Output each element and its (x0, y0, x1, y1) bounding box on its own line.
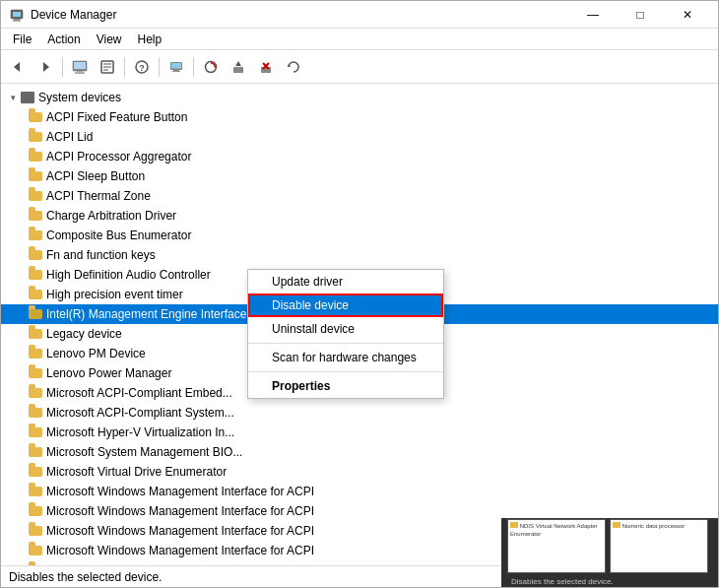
svg-marker-4 (14, 62, 20, 72)
toolbar-separator-3 (159, 57, 160, 77)
tree-root-system-devices[interactable]: ▾ System devices (1, 88, 718, 107)
svg-rect-8 (77, 71, 83, 73)
svg-rect-22 (233, 67, 243, 73)
svg-rect-1 (13, 12, 21, 17)
menu-action[interactable]: Action (39, 31, 88, 48)
context-menu: Update driver Disable device Uninstall d… (247, 269, 444, 399)
device-icon (29, 546, 42, 555)
device-icon (29, 427, 42, 437)
ctx-update-driver[interactable]: Update driver (248, 270, 443, 294)
list-item[interactable]: Microsoft Hyper-V Virtualization In... (1, 423, 718, 442)
list-item[interactable]: Microsoft System Management BIO... (1, 442, 718, 462)
main-content: ▾ System devices ACPI Fixed Feature Butt… (1, 84, 718, 565)
toolbar-separator-1 (62, 57, 63, 77)
list-item[interactable]: ACPI Processor Aggregator (1, 147, 718, 166)
menu-bar: File Action View Help (1, 29, 718, 50)
taskbar-preview: NDIS Virtual Network Adapter Enumerator … (501, 518, 718, 587)
uninstall-button[interactable] (253, 54, 279, 80)
title-bar: Device Manager — □ ✕ (1, 1, 718, 29)
ctx-separator-2 (248, 371, 443, 372)
toolbar-separator-2 (124, 57, 125, 77)
ctx-scan-hardware[interactable]: Scan for hardware changes (248, 346, 443, 369)
device-icon (29, 329, 42, 339)
device-icon (29, 447, 42, 457)
device-icon (29, 408, 42, 418)
device-icon (29, 309, 42, 319)
status-text: Disables the selected device. (9, 570, 162, 584)
menu-file[interactable]: File (5, 31, 39, 48)
system-devices-label: System devices (38, 91, 121, 104)
device-icon (29, 152, 42, 162)
list-item[interactable]: ACPI Thermal Zone (1, 186, 718, 206)
menu-help[interactable]: Help (130, 31, 170, 48)
ctx-uninstall-device[interactable]: Uninstall device (248, 317, 443, 341)
svg-marker-23 (235, 61, 241, 66)
window-icon (9, 7, 25, 23)
list-item[interactable]: Microsoft Windows Management Interface f… (1, 482, 718, 501)
minimize-button[interactable]: — (570, 1, 616, 29)
list-item[interactable]: Charge Arbitration Driver (1, 206, 718, 226)
svg-rect-2 (14, 19, 20, 21)
svg-rect-9 (75, 72, 85, 73)
svg-marker-5 (43, 62, 49, 72)
back-button[interactable] (5, 54, 31, 80)
refresh-button[interactable] (281, 54, 306, 80)
device-icon (29, 290, 42, 299)
device-icon (29, 270, 42, 280)
list-item[interactable]: ACPI Fixed Feature Button (1, 107, 718, 127)
preview-thumbnail-2: Numeric data processor (610, 519, 708, 573)
maximize-button[interactable]: □ (618, 1, 663, 29)
window-title: Device Manager (31, 8, 570, 22)
help-button[interactable]: ? (129, 54, 155, 80)
device-icon (29, 388, 42, 398)
toolbar: ? (1, 50, 718, 84)
device-manager-button[interactable] (67, 54, 93, 80)
ctx-separator (248, 343, 443, 344)
preview-thumbnail-1: NDIS Virtual Network Adapter Enumerator (507, 519, 606, 573)
device-icon (29, 250, 42, 260)
svg-rect-17 (171, 63, 181, 69)
device-icon (29, 230, 42, 240)
properties-button[interactable] (95, 54, 120, 80)
taskbar-preview-status: Disables the selected device. (507, 577, 712, 586)
list-item[interactable]: ACPI Sleep Button (1, 166, 718, 186)
list-item[interactable]: Microsoft ACPI-Compliant System... (1, 403, 718, 423)
menu-view[interactable]: View (89, 31, 130, 48)
svg-rect-19 (172, 71, 180, 72)
device-icon (29, 526, 42, 536)
device-manager-window: Device Manager — □ ✕ File Action View He… (0, 0, 719, 588)
window-controls: — □ ✕ (570, 1, 710, 29)
svg-rect-3 (13, 20, 21, 21)
list-item[interactable]: ACPI Lid (1, 127, 718, 147)
toolbar-separator-4 (193, 57, 194, 77)
device-icon (29, 487, 42, 496)
device-icon (29, 368, 42, 378)
device-icon (29, 112, 42, 122)
expand-icon-system-devices[interactable]: ▾ (5, 90, 21, 105)
device-icon (29, 132, 42, 142)
update-driver-button[interactable] (226, 54, 251, 80)
device-icon (29, 349, 42, 359)
device-icon (29, 171, 42, 181)
ctx-properties[interactable]: Properties (248, 374, 443, 398)
list-item[interactable]: Composite Bus Enumerator (1, 226, 718, 245)
list-item[interactable]: Fn and function keys (1, 245, 718, 265)
svg-text:?: ? (139, 63, 145, 73)
computer-button[interactable] (163, 54, 189, 80)
forward-button[interactable] (33, 54, 58, 80)
svg-rect-7 (74, 62, 86, 69)
ctx-disable-device[interactable]: Disable device (248, 294, 443, 317)
scan-changes-button[interactable] (198, 54, 224, 80)
svg-rect-24 (261, 67, 271, 73)
device-icon (29, 467, 42, 477)
svg-rect-18 (173, 70, 179, 71)
close-button[interactable]: ✕ (665, 1, 710, 29)
device-icon (29, 506, 42, 516)
device-icon (29, 211, 42, 221)
device-icon (29, 191, 42, 201)
list-item[interactable]: Microsoft Virtual Drive Enumerator (1, 462, 718, 482)
computer-icon (21, 92, 34, 103)
